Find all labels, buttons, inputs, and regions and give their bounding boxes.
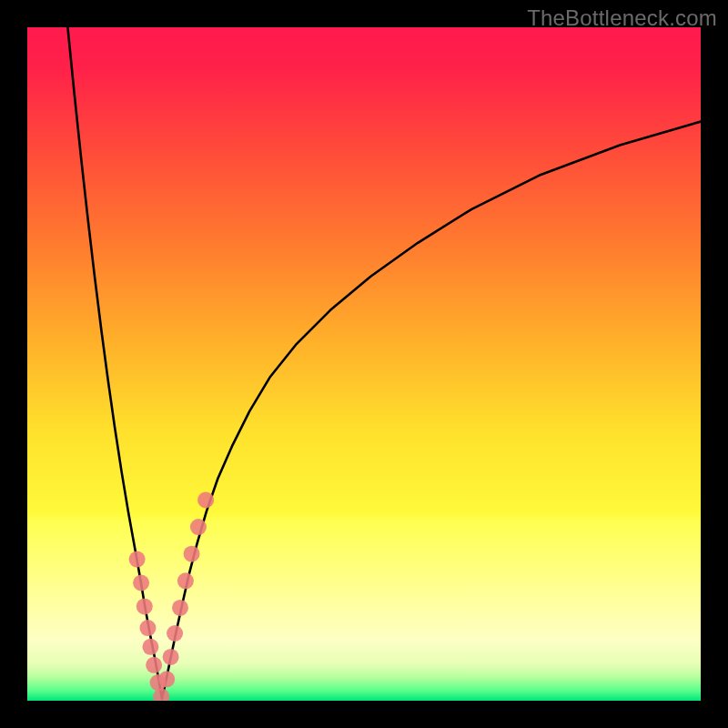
marker-dot [133,575,149,592]
marker-dot [197,491,214,508]
plot-area [27,27,701,701]
left-branch-line [67,27,162,699]
marker-dot [146,657,162,673]
marker-dot [172,600,188,616]
highlight-markers [129,491,214,701]
marker-dot [167,625,183,642]
marker-dot [190,519,207,535]
marker-dot [163,649,179,665]
marker-dot [136,598,153,614]
marker-dot [177,572,194,589]
marker-dot [139,620,156,636]
marker-dot [129,551,146,568]
chart-frame: TheBottleneck.com [0,0,728,728]
marker-dot [184,546,200,562]
marker-dot [158,671,175,687]
right-branch-line [162,122,701,699]
curve-layer [27,27,701,701]
watermark-label: TheBottleneck.com [527,5,717,31]
marker-dot [142,639,158,655]
